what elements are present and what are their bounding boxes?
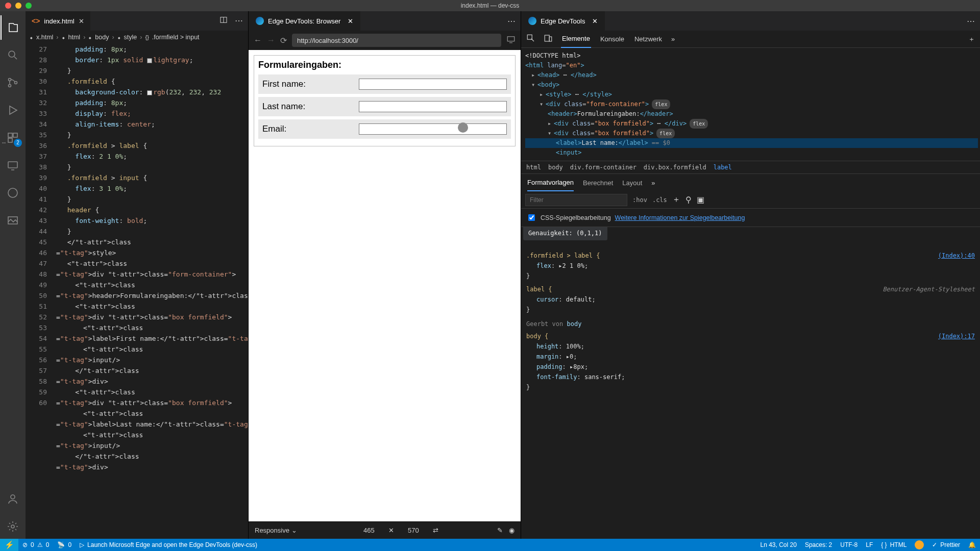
styles-pane[interactable]: element.style { Genauigkeit: (0,1,1) (In… (521, 227, 980, 539)
debug-icon[interactable] (1, 98, 25, 122)
image-icon[interactable] (1, 208, 25, 233)
launch-task[interactable]: ▷ Launch Microsoft Edge and open the Edg… (76, 539, 261, 551)
close-icon[interactable]: ✕ (592, 17, 598, 25)
address-bar: ← → ⟳ (249, 31, 521, 50)
language-mode[interactable]: { } HTML (877, 539, 911, 551)
tab-index-html[interactable]: <> index.html ✕ (26, 11, 90, 31)
mirror-link[interactable]: Weitere Informationen zur Spiegelbearbei… (615, 214, 745, 221)
breadcrumb[interactable]: ⬥x.html› ⬥html› ⬥body› ⬥style› {}.formfi… (26, 31, 248, 44)
dom-breadcrumb[interactable]: html body div.form-container div.box.for… (521, 161, 980, 174)
formfield-email: Email: (258, 119, 511, 139)
more-tabs-icon[interactable]: » (671, 35, 675, 43)
tab-elements[interactable]: Elemente (561, 31, 591, 48)
lastname-input[interactable] (359, 101, 507, 112)
svg-rect-13 (507, 37, 514, 41)
device-select[interactable]: Responsive ⌄ (255, 527, 297, 534)
styles-tabs: Formatvorlagen Berechnet Layout » (521, 174, 980, 191)
edge-icon[interactable] (1, 181, 25, 205)
tab-edge-devtools[interactable]: Edge DevTools ✕ (521, 11, 605, 31)
more-icon[interactable]: ⋯ (235, 16, 243, 26)
browser-viewport[interactable]: Formulareingaben: First name: Last name:… (249, 50, 521, 521)
url-input[interactable] (292, 34, 501, 47)
ports[interactable]: 📡 0 (53, 539, 76, 551)
email-input[interactable] (359, 123, 507, 135)
tab-layout[interactable]: Layout (622, 179, 642, 187)
device-toggle-icon[interactable] (544, 34, 553, 44)
prettier[interactable]: ✓ Prettier (928, 539, 964, 551)
edge-logo-icon (528, 17, 536, 25)
more-icon[interactable]: ⋯ (967, 16, 975, 26)
close-icon[interactable]: ✕ (348, 17, 353, 25)
new-style-icon[interactable]: ＋ (672, 194, 680, 205)
hov-toggle[interactable]: :hov (632, 196, 647, 204)
editor-tabs: <> index.html ✕ ⋯ (26, 11, 248, 31)
problems[interactable]: ⊘ 0 ⚠ 0 (18, 539, 53, 551)
status-bar: ⚡ ⊘ 0 ⚠ 0 📡 0 ▷ Launch Microsoft Edge an… (0, 539, 980, 551)
close-icon[interactable]: ✕ (79, 17, 84, 25)
user-badge[interactable] (911, 539, 928, 551)
add-tab-icon[interactable]: ＋ (968, 35, 975, 44)
browser-panel: Edge DevTools: Browser ✕ ⋯ ← → ⟳ Formula… (248, 11, 521, 539)
firstname-input[interactable] (359, 79, 507, 90)
traffic-lights[interactable] (0, 3, 32, 9)
tab-network[interactable]: Netzwerk (633, 31, 663, 48)
eol[interactable]: LF (862, 539, 877, 551)
account-icon[interactable] (1, 487, 25, 511)
svg-rect-4 (8, 133, 12, 137)
panel-icon[interactable]: ▣ (697, 195, 704, 205)
tab-console[interactable]: Konsole (599, 31, 625, 48)
dimension-x: ✕ (388, 527, 394, 534)
source-control-icon[interactable] (1, 70, 25, 95)
specificity-tooltip: Genauigkeit: (0,1,1) (523, 227, 607, 240)
encoding[interactable]: UTF-8 (836, 539, 862, 551)
more-icon[interactable]: ⋯ (507, 16, 516, 26)
svg-rect-6 (8, 138, 12, 142)
bell-icon[interactable]: 🔔 (964, 539, 980, 551)
svg-point-3 (15, 82, 17, 84)
settings-gear-icon[interactable] (1, 514, 25, 539)
back-icon[interactable]: ← (254, 36, 262, 45)
remote-icon[interactable] (1, 153, 25, 178)
rotate-icon[interactable]: ⇄ (433, 527, 438, 534)
macos-titlebar: index.html — dev-css (0, 0, 980, 11)
svg-rect-5 (13, 133, 17, 137)
remote-indicator[interactable]: ⚡ (0, 539, 18, 551)
width-input[interactable] (356, 526, 382, 535)
svg-rect-7 (8, 162, 17, 168)
svg-point-2 (9, 85, 11, 87)
device-toolbar: Responsive ⌄ ✕ ⇄ ✎ ◉ (249, 521, 521, 539)
tab-edge-browser[interactable]: Edge DevTools: Browser ✕ (249, 11, 360, 31)
svg-point-1 (9, 79, 11, 81)
svg-rect-15 (545, 35, 549, 41)
formfield-firstname: First name: (258, 74, 511, 94)
cls-toggle[interactable]: .cls (652, 196, 667, 204)
mirror-checkbox[interactable] (528, 214, 535, 221)
pin-icon[interactable]: ⚲ (685, 195, 692, 205)
eye-icon[interactable]: ◉ (509, 527, 514, 534)
svg-point-8 (8, 188, 17, 197)
tab-computed[interactable]: Berechnet (583, 179, 613, 187)
indent[interactable]: Spaces: 2 (801, 539, 836, 551)
edit-icon[interactable]: ✎ (497, 527, 503, 534)
height-input[interactable] (400, 526, 427, 535)
edge-logo-icon (256, 17, 264, 25)
more-tabs-icon[interactable]: » (651, 179, 655, 187)
split-editor-icon[interactable] (219, 16, 228, 26)
activity-bar: 2 (0, 11, 26, 539)
tab-styles[interactable]: Formatvorlagen (527, 174, 574, 191)
explorer-icon[interactable] (1, 15, 25, 40)
devtools-icon[interactable] (506, 35, 516, 46)
tab-label: index.html (44, 17, 74, 25)
forward-icon[interactable]: → (267, 36, 275, 45)
search-icon[interactable] (1, 43, 25, 67)
styles-filter-input[interactable] (525, 194, 627, 206)
inspect-icon[interactable] (526, 34, 535, 44)
editor-panel: <> index.html ✕ ⋯ ⬥x.html› ⬥html› ⬥body›… (26, 11, 248, 539)
reload-icon[interactable]: ⟳ (280, 36, 287, 45)
code-editor[interactable]: 2728293031323334353637383940414243444546… (26, 44, 248, 539)
formfield-lastname: Last name: (258, 97, 511, 116)
svg-point-0 (9, 51, 15, 57)
cursor-pos[interactable]: Ln 43, Col 20 (756, 539, 801, 551)
html-file-icon: <> (32, 17, 40, 25)
dom-tree[interactable]: <!DOCTYPE html> <html lang="en"> ▸<head>… (521, 48, 980, 161)
